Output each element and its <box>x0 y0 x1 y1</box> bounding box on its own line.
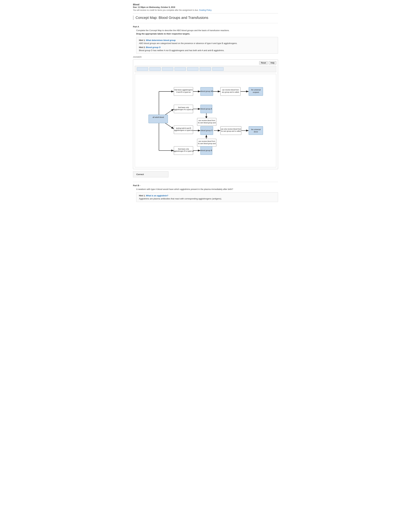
concept-map-toolbar: Reset Help <box>135 61 276 65</box>
help-button[interactable]: Help <box>269 61 276 65</box>
label-chip-5[interactable] <box>187 67 198 71</box>
diagram-svg: all adult blood that bears agglutinogens… <box>135 74 276 167</box>
svg-text:can only receive blood from: can only receive blood from <box>221 128 241 130</box>
part-a-description: Complete the Concept Map to describe the… <box>136 29 278 32</box>
svg-text:blood group O: blood group O <box>201 129 213 131</box>
svg-text:blood group B: blood group B <box>201 150 212 151</box>
diagram-area: all adult blood that bears agglutinogens… <box>135 74 276 167</box>
part-b-label: Part B - <box>133 184 278 187</box>
part-a-label: Part A <box>133 26 278 28</box>
label-chip-2[interactable] <box>149 67 161 71</box>
part-b-hint1-text: Agglutinins are plasma antibodies that r… <box>139 198 275 200</box>
svg-text:agglutinogens is typed as: agglutinogens is typed as <box>174 129 193 131</box>
credit-note: You will receive no credit for items you… <box>133 9 278 11</box>
svg-text:that bears agglutinogens: that bears agglutinogens <box>174 89 193 91</box>
svg-text:blood group AB: blood group AB <box>200 90 213 92</box>
hints-box: Hint 1. What determines blood group ABO … <box>136 37 278 54</box>
svg-text:can receive blood from: can receive blood from <box>198 120 215 121</box>
label-chip-1[interactable] <box>137 67 148 71</box>
label-chip-6[interactable] <box>200 67 211 71</box>
svg-rect-48 <box>249 126 263 135</box>
drag-instruction: Drag the appropriate labels to their res… <box>136 33 278 35</box>
part-b-hint1-title: Hint 1. What is an agglutinin? <box>139 194 275 197</box>
svg-text:agglutinogen A is typed as: agglutinogen A is typed as <box>174 109 193 110</box>
reset-button[interactable]: Reset <box>259 61 268 65</box>
label-chip-4[interactable] <box>175 67 186 71</box>
hint1-title: Hint 1. What determines blood group <box>139 39 275 41</box>
part-b-question: A newborn with type A blood would have w… <box>136 188 278 190</box>
svg-text:donor: donor <box>254 131 258 133</box>
part-b-hints-box: Hint 1. What is an agglutinin? Agglutini… <box>136 192 278 202</box>
hint2-title: Hint 2. Blood group O <box>139 46 275 48</box>
svg-text:aggluntinogen B is typed as: aggluntinogen B is typed as <box>173 150 194 152</box>
svg-text:can receive blood from: can receive blood from <box>222 89 239 91</box>
label-chip-7[interactable] <box>212 67 224 71</box>
svg-text:all adult blood: all adult blood <box>153 116 164 118</box>
hint1-text: ABO blood groups are categorized based o… <box>139 42 275 45</box>
svg-text:recipient: recipient <box>253 91 259 93</box>
svg-text:that bears only: that bears only <box>178 148 189 150</box>
svg-rect-19 <box>149 115 168 123</box>
svg-text:that bears only: that bears only <box>178 106 189 108</box>
svg-text:its own blood group and: its own blood group and <box>198 143 216 144</box>
label-bank <box>135 66 276 72</box>
correct-box: Correct <box>133 171 168 177</box>
svg-text:lacking both A and B: lacking both A and B <box>176 127 191 129</box>
svg-text:the universal: the universal <box>251 129 261 130</box>
due-date: Due: 11:59pm on Wednesday, October 9, 20… <box>133 6 278 8</box>
svg-text:can receive blood from: can receive blood from <box>198 140 215 142</box>
grading-policy-link[interactable]: Grading Policy <box>199 9 212 11</box>
svg-text:its own blood group and: its own blood group and <box>198 122 216 124</box>
svg-text:any group and is called: any group and is called <box>222 91 239 93</box>
svg-text:the universal: the universal <box>251 89 261 91</box>
hint2-text: Blood group O has neither A nor B agglut… <box>139 49 275 52</box>
svg-text:A and B is typed as: A and B is typed as <box>177 91 191 93</box>
assignment-title: Blood <box>133 3 278 6</box>
svg-text:blood group A: blood group A <box>201 108 212 110</box>
concept-map-container: Reset Help <box>133 59 278 169</box>
top-divider <box>133 13 278 13</box>
answer-label: ANSWER: <box>133 56 278 58</box>
svg-text:its own group and is called: its own group and is called <box>221 130 241 132</box>
label-chip-3[interactable] <box>162 67 173 71</box>
page-title: Concept Map: Blood Groups and Transfusio… <box>133 16 278 20</box>
